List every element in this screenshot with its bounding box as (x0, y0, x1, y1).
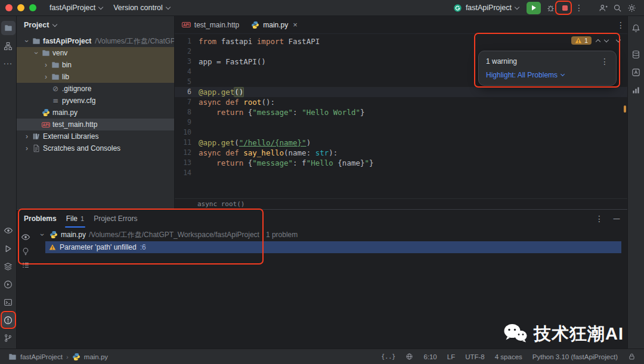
ai-assistant-tool-button[interactable] (629, 65, 643, 79)
tab-label: test_main.http (194, 21, 239, 29)
services-tool-button[interactable] (1, 259, 16, 273)
notifications-button[interactable] (629, 21, 643, 35)
preview-tool-button[interactable] (1, 223, 16, 238)
debug-button[interactable] (544, 1, 557, 14)
stop-button[interactable] (558, 1, 571, 14)
tree-item-pyvenv-cfg[interactable]: ≡pyvenv.cfg (17, 95, 174, 107)
editor-options-button[interactable]: ⋮ (614, 18, 627, 32)
problems-options-icon[interactable]: ⋮ (595, 214, 603, 223)
tree-item-main-py[interactable]: main.py (17, 107, 174, 119)
problem-row[interactable]: Parameter 'path' unfilled :6 (45, 241, 621, 253)
project-tool-button[interactable] (1, 21, 16, 35)
chevron-icon[interactable]: › (38, 231, 47, 239)
play-icon (530, 4, 538, 12)
top-row: Project ›fastApiProject/Volumes/工作盘/Chat… (17, 16, 627, 209)
code-line: 6@app.get() (175, 87, 627, 97)
tree-item-scratches[interactable]: ›Scratches and Consoles (17, 142, 174, 154)
stop-icon (561, 4, 569, 13)
problems-tab-file[interactable]: File 1 (66, 210, 84, 228)
line-number: 14 (175, 168, 191, 178)
breadcrumb-file[interactable]: main.py (84, 353, 108, 360)
tree-item-lib[interactable]: ›lib (17, 71, 174, 83)
close-window-button[interactable] (5, 4, 13, 11)
breadcrumb-project[interactable]: fastApiProject (20, 353, 63, 360)
version-control-menu[interactable]: Version control (109, 2, 175, 14)
warnings-badge[interactable]: 1 (571, 36, 592, 45)
database-tool-button[interactable] (629, 47, 643, 61)
project-tree[interactable]: ›fastApiProject/Volumes/工作盘/ChatGPT_Work… (17, 34, 174, 209)
terminal-tool-button[interactable] (1, 295, 16, 309)
project-menu[interactable]: fastApiProject (45, 2, 107, 14)
chevron-icon[interactable]: › (23, 132, 31, 141)
code-text: @app.get() (199, 87, 243, 97)
file-encoding[interactable]: UTF-8 (465, 353, 485, 360)
tree-item-bin[interactable]: ›bin (17, 59, 174, 71)
tree-item-test-main-http[interactable]: APItest_main.http (17, 119, 174, 130)
sciview-tool-button[interactable] (629, 83, 643, 97)
close-tab-icon[interactable]: × (293, 20, 298, 29)
eye-icon (4, 226, 13, 235)
search-everywhere-button[interactable] (611, 1, 624, 14)
braces-icon[interactable]: {..} (381, 354, 395, 360)
editor: API test_main.http main.py × ⋮ 1from fas… (175, 16, 627, 209)
tree-item-fastapiproject-root[interactable]: ›fastApiProject/Volumes/工作盘/ChatGPT_Work (17, 35, 174, 47)
bell-icon (631, 24, 640, 33)
line-separator[interactable]: LF (447, 353, 455, 360)
minimize-window-button[interactable] (17, 4, 24, 11)
left-tool-rail: ··· (0, 16, 17, 349)
python-icon (41, 108, 51, 117)
scratch-icon (31, 144, 42, 153)
run-tool-button[interactable] (1, 241, 16, 256)
problems-toolbar (17, 228, 35, 349)
run-config-selector[interactable]: fastApiProject (448, 2, 524, 14)
tree-item-venv[interactable]: ›venv (17, 47, 174, 59)
prev-problem-icon[interactable] (596, 39, 600, 43)
collapse-widget-icon[interactable] (616, 37, 621, 42)
chevron-right-icon: › (66, 353, 69, 360)
folder-icon (50, 61, 61, 69)
globe-icon[interactable] (405, 353, 413, 360)
tab-test-main-http[interactable]: API test_main.http (176, 16, 245, 33)
popup-options-icon[interactable]: ⋮ (600, 57, 609, 66)
chevron-icon[interactable]: › (23, 144, 31, 153)
caret-position[interactable]: 6:10 (423, 353, 436, 360)
python-console-tool-button[interactable] (1, 277, 16, 291)
tab-main-py[interactable]: main.py × (245, 16, 304, 33)
problems-file-row[interactable]: › main.py /Volumes/工作盘/ChatGPT_Workspace… (35, 229, 627, 241)
lightbulb-icon[interactable] (21, 247, 30, 256)
more-actions-button[interactable]: ⋮ (572, 1, 586, 14)
indent-style[interactable]: 4 spaces (495, 353, 522, 360)
folder-icon (4, 24, 13, 32)
next-problem-icon[interactable] (604, 37, 609, 42)
list-icon[interactable] (21, 261, 30, 269)
settings-button[interactable] (625, 1, 638, 14)
highlight-level-link[interactable]: Highlight: All Problems (486, 71, 609, 79)
warning-stripe-mark[interactable] (624, 105, 626, 113)
problems-tab-project-errors[interactable]: Project Errors (94, 210, 137, 228)
tree-item-gitignore[interactable]: ⊘.gitignore (17, 83, 174, 95)
run-button[interactable] (527, 2, 541, 14)
chevron-icon[interactable]: › (32, 49, 41, 57)
left-rail-bottom (1, 223, 16, 349)
tree-item-label: test_main.http (52, 120, 97, 129)
config-icon: ≡ (50, 97, 61, 104)
code-with-me-button[interactable] (596, 1, 609, 14)
inspections-widget[interactable]: 1 (571, 36, 620, 45)
tree-item-label: .gitignore (62, 85, 91, 93)
tree-item-external-libraries[interactable]: ›External Libraries (17, 130, 174, 142)
structure-tool-button[interactable] (1, 39, 16, 53)
project-panel-header[interactable]: Project (17, 16, 174, 34)
chevron-icon[interactable]: › (23, 37, 31, 45)
zoom-window-button[interactable] (29, 4, 36, 11)
python-interpreter[interactable]: Python 3.10 (fastApiProject) (532, 353, 618, 360)
line-number: 4 (175, 67, 191, 77)
version-control-tool-button[interactable] (1, 331, 16, 345)
python-file-icon (72, 353, 80, 361)
chevron-icon[interactable]: › (42, 73, 50, 81)
lock-icon[interactable] (628, 353, 636, 360)
problems-tool-button[interactable] (1, 313, 16, 327)
eye-icon[interactable] (21, 232, 30, 242)
chevron-icon[interactable]: › (42, 61, 50, 69)
more-tools-button[interactable]: ··· (1, 57, 16, 71)
hide-panel-icon[interactable]: — (613, 215, 620, 222)
